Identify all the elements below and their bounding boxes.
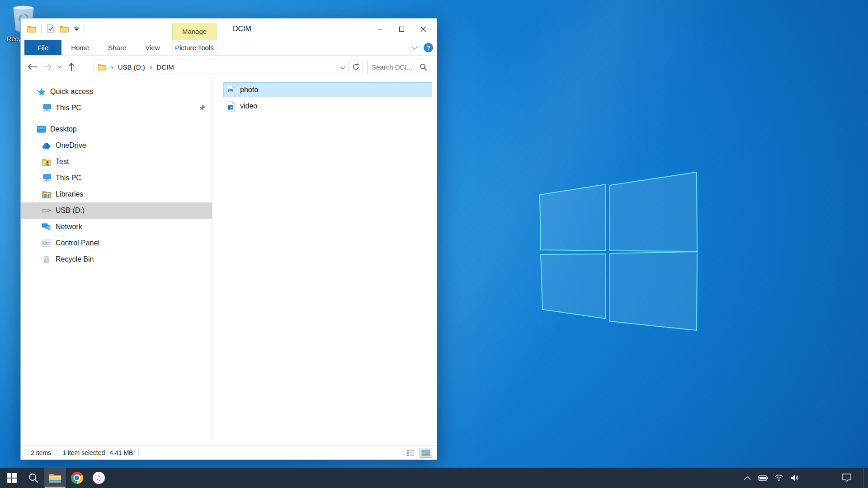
window-content: Quick access This PC (21, 78, 437, 445)
taskbar-file-explorer-button[interactable] (44, 468, 66, 488)
details-view-button[interactable] (404, 448, 417, 458)
up-arrow-icon (68, 62, 75, 71)
wifi-icon (774, 474, 783, 481)
refresh-button[interactable] (349, 60, 363, 74)
file-name: video (240, 102, 257, 110)
new-folder-button-icon[interactable] (60, 25, 69, 33)
tab-home[interactable]: Home (61, 40, 99, 55)
help-button[interactable]: ? (424, 43, 433, 52)
volume-icon (791, 474, 799, 481)
show-desktop-button[interactable] (863, 468, 868, 488)
forward-button[interactable] (40, 60, 54, 74)
sidebar-item-quick-access[interactable]: Quick access (21, 84, 212, 100)
chevron-down-icon (57, 65, 62, 69)
recycle-bin-icon (42, 255, 52, 264)
view-toggles (404, 448, 432, 458)
maximize-icon (399, 26, 405, 32)
file-explorer-icon (49, 473, 61, 483)
start-button[interactable] (1, 468, 23, 488)
sidebar-item-recycle-bin[interactable]: Recycle Bin (21, 251, 212, 267)
sidebar-item-onedrive[interactable]: OneDrive (21, 137, 212, 154)
sidebar-item-network[interactable]: Network (21, 219, 212, 235)
file-list[interactable]: photo video (212, 78, 437, 445)
sidebar-item-label: Quick access (50, 88, 93, 96)
tray-battery-button[interactable] (755, 468, 771, 488)
taskbar-search-button[interactable] (23, 468, 44, 488)
tab-file[interactable]: File (24, 40, 61, 55)
title-bar[interactable]: Manage DCIM (21, 19, 437, 40)
sidebar-item-label: Control Panel (56, 239, 99, 247)
sidebar-item-libraries[interactable]: Libraries (21, 186, 212, 202)
address-folder-icon (98, 63, 106, 70)
sidebar-item-usb-d[interactable]: USB (D:) (21, 202, 212, 219)
sidebar-item-desktop[interactable]: Desktop (21, 121, 212, 137)
maximize-button[interactable] (391, 19, 412, 38)
control-panel-icon (42, 239, 52, 248)
selection-size: 4.41 MB (109, 449, 133, 456)
action-center-button[interactable] (836, 468, 857, 488)
breadcrumb-chevron[interactable]: › (147, 63, 155, 71)
sidebar-item-this-pc-pinned[interactable]: This PC (21, 100, 212, 116)
pin-icon (199, 104, 206, 113)
taskbar-itunes-button[interactable]: ♫ (88, 468, 109, 488)
search-box (367, 60, 430, 74)
tray-show-hidden-icons-button[interactable] (739, 468, 755, 488)
thumbnail-view-button[interactable] (420, 448, 432, 458)
minimize-icon (377, 26, 383, 32)
details-view-icon (406, 450, 415, 456)
window-controls (369, 19, 434, 38)
file-row-video[interactable]: video (223, 99, 432, 113)
status-separator (138, 449, 139, 456)
up-button[interactable] (64, 60, 79, 74)
breadcrumb-usb-d[interactable]: USB (D:) (116, 63, 147, 71)
sidebar-item-this-pc[interactable]: This PC (21, 170, 212, 186)
properties-button-icon[interactable] (47, 24, 55, 33)
search-input[interactable] (372, 63, 420, 71)
taskbar-chrome-button[interactable] (66, 468, 88, 488)
usb-drive-icon (42, 206, 52, 215)
sidebar-item-label: OneDrive (56, 141, 86, 150)
expand-ribbon-chevron-icon[interactable] (411, 46, 418, 50)
back-button[interactable] (25, 60, 40, 74)
tab-view[interactable]: View (136, 40, 169, 55)
taskbar: ♫ (0, 468, 868, 488)
sidebar-item-control-panel[interactable]: Control Panel (21, 235, 212, 251)
qat-separator (41, 24, 42, 33)
action-center-icon (842, 474, 851, 482)
tab-share[interactable]: Share (99, 40, 136, 55)
explorer-window-icon[interactable] (27, 25, 36, 33)
back-arrow-icon (28, 64, 38, 70)
user-folder-icon (42, 157, 52, 166)
address-bar[interactable]: › USB (D:) › DCIM (94, 60, 349, 74)
quick-access-star-icon (36, 87, 46, 96)
close-button[interactable] (412, 19, 434, 38)
sidebar-item-label: USB (D:) (56, 206, 85, 215)
tray-network-button[interactable] (771, 468, 787, 488)
manage-contextual-label[interactable]: Manage (172, 23, 217, 40)
sidebar-item-label: Test (56, 158, 69, 166)
recent-locations-button[interactable] (54, 60, 64, 74)
breadcrumb-dcim[interactable]: DCIM (155, 63, 175, 71)
search-icon (28, 473, 39, 483)
this-pc-monitor-icon (42, 174, 52, 183)
tab-picture-tools[interactable]: Picture Tools (172, 40, 217, 55)
search-icon[interactable] (420, 63, 427, 71)
desktop-wallpaper: Recycle Bin Manage DCIM (0, 0, 868, 468)
customize-qat-dropdown-icon[interactable] (74, 26, 80, 31)
address-dropdown-button[interactable] (340, 64, 346, 72)
chrome-icon (71, 472, 83, 484)
file-name: photo (240, 86, 258, 94)
items-count: 2 items (31, 449, 51, 456)
close-icon (420, 26, 426, 32)
forward-arrow-icon (42, 64, 52, 70)
sidebar-item-test[interactable]: Test (21, 154, 212, 170)
tray-volume-button[interactable] (787, 468, 802, 488)
minimize-button[interactable] (369, 19, 391, 38)
breadcrumb-chevron[interactable]: › (108, 63, 116, 71)
file-explorer-window: Manage DCIM File Home (20, 18, 437, 460)
thumbnail-view-icon (421, 450, 430, 456)
network-computers-icon (42, 222, 52, 231)
chevron-up-icon (744, 476, 751, 480)
file-row-photo[interactable]: photo (223, 82, 432, 97)
this-pc-monitor-icon (42, 103, 52, 113)
